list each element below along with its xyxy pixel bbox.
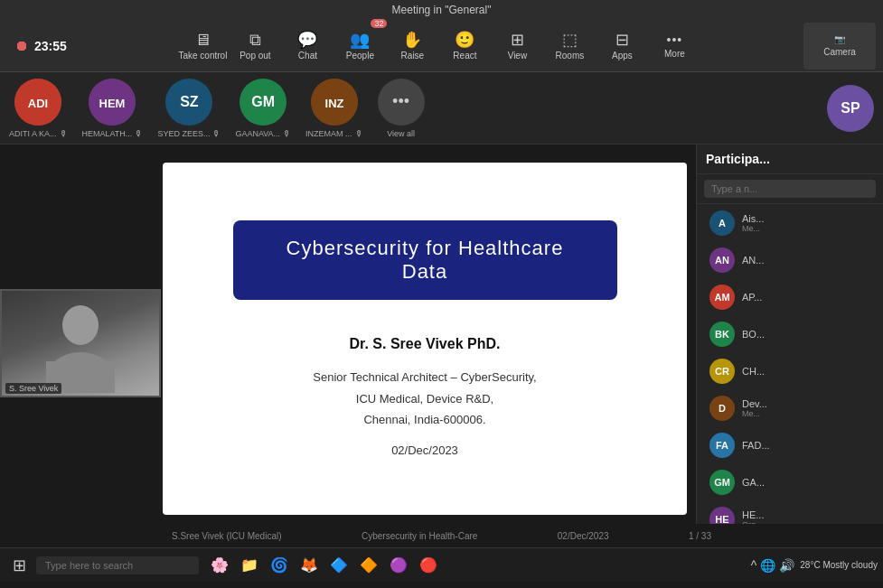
participant-list-item[interactable]: BK BO... (700, 316, 879, 352)
more-button[interactable]: ••• More (649, 23, 700, 70)
view-label: View (508, 51, 528, 61)
camera-button[interactable]: 📷 Camera (803, 23, 876, 70)
take-control-button[interactable]: 🖥 Take control (177, 23, 228, 70)
chat-label: Chat (298, 51, 317, 61)
participant-list-item[interactable]: GM GA... (700, 464, 879, 500)
participant-syed-avatar: SZ (165, 79, 212, 126)
right-panel: Participa... A Ais... Me... AN AN... AM … (696, 145, 883, 524)
slide-line2: ICU Medical, Device R&D, (313, 388, 536, 409)
participant-list-item[interactable]: AM AP... (700, 279, 879, 315)
pli-avatar: AN (709, 247, 735, 273)
raise-label: Raise (401, 51, 425, 61)
participant-search-input[interactable] (704, 180, 876, 198)
apps-icon: ⊟ (615, 32, 629, 48)
participant-list-item[interactable]: AN AN... (700, 242, 879, 278)
record-icon: ⏺ (14, 38, 29, 54)
meeting-title: Meeting in "General" (392, 4, 492, 16)
title-bar: Meeting in "General" (0, 0, 883, 20)
pli-info: AP... (742, 292, 870, 303)
participant-hemalath-name: HEMALATH... 🎙 (82, 129, 144, 138)
pli-avatar: FA (709, 433, 735, 458)
pli-status: Me... (742, 224, 870, 233)
rooms-button[interactable]: ⬚ Rooms (544, 23, 595, 70)
participant-list-item[interactable]: A Ais... Me... (700, 205, 879, 241)
participant-list-item[interactable]: HE HE... Org... (700, 501, 879, 524)
pli-info: BO... (742, 329, 870, 340)
pli-name: FAD... (742, 440, 870, 451)
people-button[interactable]: 👥 32 People (334, 23, 385, 70)
react-button[interactable]: 🙂 React (439, 23, 490, 70)
taskbar-app-browser1[interactable]: 🌀 (266, 552, 293, 579)
toolbar-left: ⏺ 23:55 (7, 38, 74, 54)
pli-info: AN... (742, 255, 870, 266)
taskbar-app-teams[interactable]: 🟣 (385, 552, 412, 579)
participant-list-item[interactable]: CR CH... (700, 353, 879, 389)
pli-name: Ais... (742, 213, 870, 224)
chat-button[interactable]: 💬 Chat (282, 23, 333, 70)
take-control-icon: 🖥 (194, 32, 211, 48)
pop-out-label: Pop out (240, 51, 270, 61)
pli-name: HE... (742, 509, 870, 520)
mic-icon: 🎙 (355, 129, 363, 138)
sp-avatar: SP (827, 85, 874, 132)
view-icon: ⊞ (511, 32, 524, 48)
taskbar-right: ^ 🌐 🔊 28°C Mostly cloudy (751, 558, 878, 573)
slide-title: Cybersecurity for Healthcare Data (233, 220, 617, 300)
raise-icon: ✋ (402, 32, 422, 48)
svg-text:INZ: INZ (324, 97, 343, 110)
pop-out-button[interactable]: ⧉ Pop out (230, 23, 280, 70)
taskbar-app-explorer[interactable]: 📁 (236, 552, 263, 579)
participant-aditi-avatar: ADI (14, 79, 61, 126)
sp-avatar-container: SP (827, 85, 874, 132)
taskbar-app-edge[interactable]: 🔷 (325, 552, 352, 579)
participant-gaanava-name: GAANAVA... 🎙 (235, 129, 291, 138)
pli-name: Dev... (742, 398, 870, 409)
pli-avatar: A (709, 210, 735, 236)
taskbar-app-widget[interactable]: 🌸 (206, 552, 233, 579)
toolbar-right: 📷 Camera (803, 23, 876, 70)
rooms-icon: ⬚ (562, 32, 578, 48)
svg-text:ADI: ADI (28, 97, 48, 110)
take-control-label: Take control (178, 51, 227, 61)
apps-label: Apps (612, 51, 633, 61)
taskbar-app-acrobat[interactable]: 🔴 (415, 552, 442, 579)
view-all-button[interactable]: ••• View all (378, 79, 425, 138)
pli-name: CH... (742, 366, 870, 377)
toolbar: ⏺ 23:55 🖥 Take control ⧉ Pop out 💬 Chat … (0, 20, 883, 72)
taskbar-search-input[interactable] (36, 556, 199, 574)
apps-button[interactable]: ⊟ Apps (596, 23, 647, 70)
slide-author: Dr. S. Sree Vivek PhD. (350, 336, 501, 352)
taskbar-app-chrome[interactable]: 🔶 (355, 552, 382, 579)
participant-list-item[interactable]: FA FAD... (700, 427, 879, 463)
pli-avatar: BK (709, 322, 735, 347)
presentation-area: Cybersecurity for Healthcare Data Dr. S.… (0, 145, 696, 524)
pli-info: HE... Org... (742, 509, 870, 524)
rooms-label: Rooms (556, 51, 585, 61)
more-label: More (664, 49, 685, 59)
slide-line3: Chennai, India-600006. (313, 409, 536, 430)
network-icon: 🌐 (760, 558, 775, 573)
raise-button[interactable]: ✋ Raise (387, 23, 437, 70)
view-button[interactable]: ⊞ View (492, 23, 542, 70)
pli-name: GA... (742, 477, 870, 488)
pli-name: BO... (742, 329, 870, 340)
participant-hemalath[interactable]: HEM HEMALATH... 🎙 (82, 79, 144, 138)
right-panel-header: Participa... (697, 145, 883, 174)
taskbar-app-browser2[interactable]: 🦊 (296, 552, 323, 579)
start-button[interactable]: ⊞ (5, 553, 33, 578)
participant-list-item[interactable]: D Dev... Me... (700, 390, 879, 426)
people-label: People (346, 51, 374, 61)
participant-syed[interactable]: SZ SYED ZEES... 🎙 (157, 79, 221, 138)
participant-inzemam[interactable]: INZ INZEMAM ... 🎙 (305, 79, 363, 138)
react-label: React (453, 51, 476, 61)
slide-bottom-bar: S.Sree Vivek (ICU Medical) Cybersecurity… (0, 524, 883, 547)
participant-inzemam-avatar: INZ (311, 79, 358, 126)
chevron-tray-icon[interactable]: ^ (751, 558, 757, 573)
sound-icon: 🔊 (779, 558, 794, 573)
slide-page-info: 1 / 33 (689, 531, 711, 541)
participant-aditi[interactable]: ADI ADITI A KA... 🎙 (9, 79, 68, 138)
main-area: S. Sree Vivek Cybersecurity for Healthca… (0, 145, 883, 524)
people-badge: 32 (371, 19, 387, 28)
timer: 23:55 (34, 39, 67, 53)
participant-gaanava[interactable]: GM GAANAVA... 🎙 (235, 79, 291, 138)
